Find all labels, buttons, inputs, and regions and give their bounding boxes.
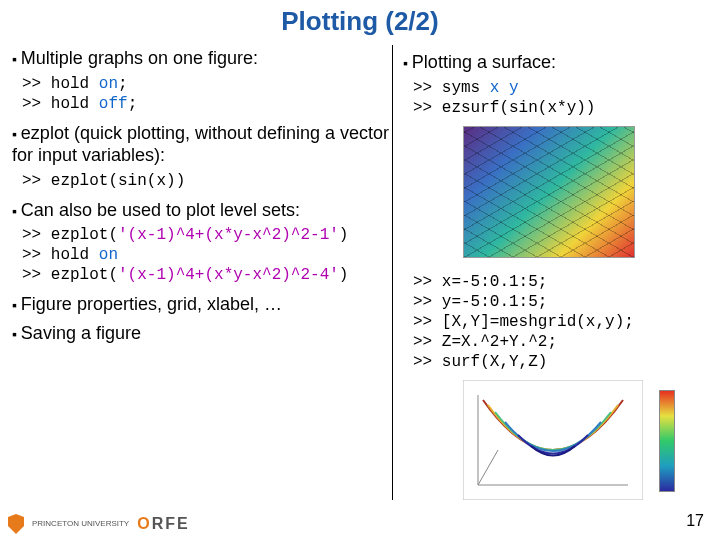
code-hold: >> hold on; >> hold off; — [22, 74, 392, 114]
surf-plot — [463, 380, 643, 500]
bullet-figure-props: Figure properties, grid, xlabel, … — [12, 293, 392, 316]
page-number: 17 — [686, 512, 704, 530]
princeton-text: PRINCETON UNIVERSITY — [32, 520, 129, 528]
code-syms: >> syms x y >> ezsurf(sin(x*y)) — [413, 78, 708, 118]
code-level-sets: >> ezplot('(x-1)^4+(x*y-x^2)^2-1') >> ho… — [22, 225, 392, 285]
bullet-level-sets: Can also be used to plot level sets: — [12, 199, 392, 222]
footer: PRINCETON UNIVERSITY ORFE — [8, 514, 190, 534]
left-column: Multiple graphs on one figure: >> hold o… — [12, 41, 392, 500]
right-column: Plotting a surface: >> syms x y >> ezsur… — [392, 45, 708, 500]
bullet-saving: Saving a figure — [12, 322, 392, 345]
princeton-shield-icon — [8, 514, 24, 534]
bullet-multiple-graphs: Multiple graphs on one figure: — [12, 47, 392, 70]
code-meshgrid: >> x=-5:0.1:5; >> y=-5:0.1:5; >> [X,Y]=m… — [413, 272, 708, 372]
orfe-logo: ORFE — [137, 515, 189, 533]
slide-title: Plotting (2/2) — [0, 0, 720, 37]
bullet-ezplot: ezplot (quick plotting, without defining… — [12, 122, 392, 167]
svg-rect-0 — [463, 380, 643, 500]
bullet-surface: Plotting a surface: — [403, 51, 708, 74]
colorbar — [659, 390, 675, 492]
content-columns: Multiple graphs on one figure: >> hold o… — [0, 37, 720, 500]
ezsurf-plot — [463, 126, 635, 258]
code-ezplot: >> ezplot(sin(x)) — [22, 171, 392, 191]
